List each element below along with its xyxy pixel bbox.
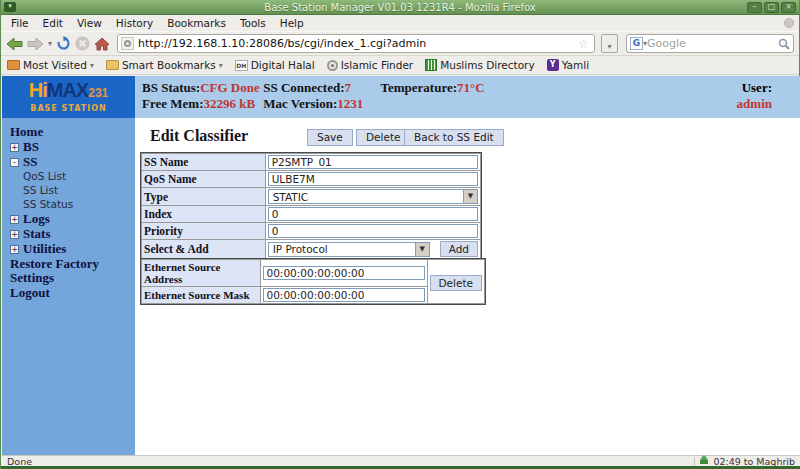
table-row: Select & Add IP Protocol ▼ Add: [142, 240, 481, 259]
expand-icon[interactable]: +: [10, 143, 19, 152]
sidebar-item-logs[interactable]: +Logs: [2, 212, 135, 227]
bookmark-label: Yamli: [562, 59, 589, 71]
menu-bookmarks[interactable]: Bookmarks: [160, 16, 233, 30]
url-input[interactable]: [138, 37, 578, 50]
bookmark-label: Smart Bookmarks: [122, 59, 216, 71]
close-button[interactable]: ×: [781, 2, 796, 13]
bookmark-yamli[interactable]: Y Yamli: [547, 59, 589, 71]
add-button[interactable]: Add: [440, 241, 478, 257]
ethernet-delete-button[interactable]: Delete: [430, 275, 483, 291]
address-bar[interactable]: ☆: [117, 34, 595, 53]
menu-history[interactable]: History: [109, 16, 160, 30]
ethernet-source-mask-label: Ethernet Source Mask: [142, 287, 261, 304]
bookmark-most-visited[interactable]: Most Visited ▾: [7, 59, 94, 71]
ethernet-source-mask-input[interactable]: [263, 288, 425, 302]
type-select[interactable]: STATIC ▼: [268, 189, 478, 204]
navigation-toolbar: ▾ ☆ ▾ G ▾: [1, 31, 799, 56]
sidebar-nav: Home +BS -SS QoS List SS List SS Status …: [2, 118, 135, 455]
priority-input[interactable]: [268, 224, 478, 238]
select-add-label: Select & Add: [142, 240, 266, 259]
bookmark-muslims-directory[interactable]: Muslims Directory: [425, 59, 534, 71]
select-add-select-value: IP Protocol: [273, 243, 328, 255]
bookmark-label: Islamic Finder: [341, 59, 413, 71]
sidebar-item-restore-factory-settings[interactable]: Restore Factory Settings: [2, 257, 135, 286]
menu-view[interactable]: View: [70, 16, 109, 30]
ss-name-label: SS Name: [142, 154, 266, 171]
bookmark-label: Most Visited: [23, 59, 87, 71]
ethernet-source-address-label: Ethernet Source Address: [142, 260, 261, 287]
home-icon[interactable]: [94, 37, 110, 51]
minimize-button[interactable]: –: [747, 2, 762, 13]
priority-label: Priority: [142, 223, 266, 240]
table-row: Index: [142, 206, 481, 223]
sidebar-item-qos-list[interactable]: QoS List: [2, 170, 135, 184]
search-magnifier-icon[interactable]: [778, 38, 790, 50]
collapse-icon[interactable]: -: [10, 158, 19, 167]
throbber-icon: [784, 18, 794, 28]
back-to-ss-edit-button[interactable]: Back to SS Edit: [404, 129, 504, 146]
qos-name-input[interactable]: [268, 172, 478, 186]
expand-icon[interactable]: +: [10, 245, 19, 254]
site-favicon: [121, 37, 134, 50]
sidebar-item-ss[interactable]: -SS: [2, 155, 135, 170]
stop-icon[interactable]: [75, 36, 90, 51]
ethernet-table: Ethernet Source Address Delete Ethernet …: [141, 259, 485, 304]
ss-name-input[interactable]: [268, 155, 478, 169]
sidebar-item-bs[interactable]: +BS: [2, 140, 135, 155]
sidebar-item-logout[interactable]: Logout: [2, 286, 135, 301]
reload-icon[interactable]: [56, 36, 71, 51]
url-dropdown-button[interactable]: ▾: [601, 34, 618, 53]
logo-hi: Hi: [29, 79, 47, 101]
bookmark-islamic-finder[interactable]: Islamic Finder: [327, 59, 413, 71]
back-icon[interactable]: [6, 37, 23, 51]
logo-max: MAX: [47, 79, 88, 101]
search-bar[interactable]: G ▾: [626, 34, 794, 53]
sidebar-item-home[interactable]: Home: [2, 125, 135, 140]
menu-help[interactable]: Help: [273, 16, 311, 30]
history-dropdown-icon[interactable]: ▾: [48, 39, 52, 48]
folder-icon: [7, 60, 20, 70]
folder-icon: [106, 60, 119, 70]
chevron-down-icon: ▼: [463, 190, 477, 203]
menu-edit[interactable]: Edit: [36, 16, 70, 30]
page-viewport: HiMAX231 BASE STATION BS Status:CFG Done…: [2, 76, 800, 455]
globe-icon: [327, 60, 338, 71]
forward-icon[interactable]: [27, 37, 44, 51]
bs-status: BS Status:CFG Done: [142, 80, 260, 96]
menu-file[interactable]: File: [4, 16, 36, 30]
table-row: QoS Name: [142, 171, 481, 188]
sidebar-item-ss-list[interactable]: SS List: [2, 184, 135, 198]
yamli-icon: Y: [547, 59, 559, 71]
ethernet-source-address-input[interactable]: [263, 266, 425, 280]
save-button[interactable]: Save: [307, 129, 353, 146]
bookmark-smart-bookmarks[interactable]: Smart Bookmarks ▾: [106, 59, 223, 71]
sidebar-item-stats[interactable]: +Stats: [2, 227, 135, 242]
table-row: Ethernet Source Address Delete: [142, 260, 485, 287]
main-content: Edit Classifier Save Delete Back to SS E…: [135, 118, 800, 455]
table-row: SS Name: [142, 154, 481, 171]
bookmark-label: Muslims Directory: [440, 59, 534, 71]
search-input[interactable]: [647, 37, 778, 50]
select-add-select[interactable]: IP Protocol ▼: [268, 242, 430, 257]
sidebar-item-ss-status[interactable]: SS Status: [2, 198, 135, 212]
himax-logo: HiMAX231 BASE STATION: [2, 76, 135, 118]
bookmark-star-icon[interactable]: ☆: [578, 37, 589, 51]
bookmark-digital-halal[interactable]: DH Digital Halal: [235, 59, 315, 71]
chevron-down-icon: ▾: [219, 61, 223, 70]
mac-version: Mac Version:1231: [263, 96, 377, 112]
sidebar-item-utilities[interactable]: +Utilities: [2, 242, 135, 257]
table-row: Priority: [142, 223, 481, 240]
digital-halal-icon: DH: [235, 60, 248, 71]
index-label: Index: [142, 206, 266, 223]
chevron-down-icon: ▾: [90, 61, 94, 70]
maximize-button[interactable]: □: [764, 2, 779, 13]
menu-tools[interactable]: Tools: [233, 16, 273, 30]
user-panel: User: admin: [737, 80, 772, 112]
expand-icon[interactable]: +: [10, 230, 19, 239]
index-input[interactable]: [268, 207, 478, 221]
delete-button[interactable]: Delete: [356, 129, 411, 146]
table-row: Type STATIC ▼: [142, 188, 481, 206]
ss-connected: SS Connected:7: [263, 80, 377, 96]
type-label: Type: [142, 188, 266, 206]
expand-icon[interactable]: +: [10, 215, 19, 224]
